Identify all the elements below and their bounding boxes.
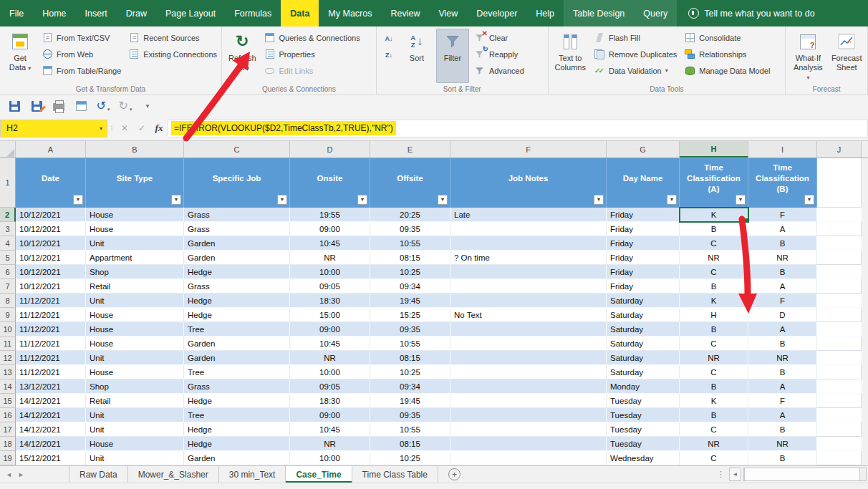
ribbon-tab-developer[interactable]: Developer [467,0,526,26]
redo-button[interactable]: ↻▾ [117,97,134,115]
row-header-18[interactable]: 18 [0,437,16,451]
cell-a13[interactable]: 11/12/2021 [16,365,86,379]
queries-connections-button[interactable]: Queries & Connections [262,32,362,44]
formula-bar-splitter[interactable]: ⋮ [107,120,116,137]
insert-function-icon[interactable]: fx [150,120,168,137]
cell-f17[interactable] [450,422,607,437]
cell-e2[interactable]: 20:25 [370,208,450,222]
cell-d2[interactable]: 19:55 [290,208,370,222]
cell-j11[interactable] [817,337,862,351]
cell-c5[interactable]: Garden [184,251,290,265]
cell-j18[interactable] [817,437,862,451]
manage-data-model-button[interactable]: Manage Data Model [682,64,772,77]
column-header-a[interactable]: A [16,141,86,158]
table-header-day-name[interactable]: Day Name▼ [607,158,680,208]
sheet-tab-raw-data[interactable]: Raw Data [69,466,128,483]
cell-a3[interactable]: 10/12/2021 [16,222,86,236]
cell-d16[interactable]: 09:00 [290,408,370,422]
cell-c2[interactable]: Grass [184,208,290,222]
table-header-specific-job[interactable]: Specific Job▼ [184,158,290,208]
sheet-tab-case-time[interactable]: Case_Time [286,466,352,483]
cell-b9[interactable]: House [86,308,184,322]
from-web-button[interactable]: From Web [39,48,123,60]
row-header-4[interactable]: 4 [0,236,16,251]
ribbon-tab-home[interactable]: Home [33,0,75,26]
consolidate-button[interactable]: Consolidate [682,32,772,44]
cell-c16[interactable]: Tree [184,408,290,422]
cell-f3[interactable] [450,222,607,236]
cell-j4[interactable] [817,236,862,251]
ribbon-tab-data[interactable]: Data [281,0,319,26]
row-header-9[interactable]: 9 [0,308,16,322]
cell-j16[interactable] [817,408,862,422]
tell-me-box[interactable]: Tell me what you want to do [688,0,814,26]
advanced-filter-button[interactable]: Advanced [472,64,526,77]
cell-a2[interactable]: 10/12/2021 [16,208,86,222]
table-header-time-classification-b[interactable]: Time Classification (B)▼ [748,158,817,208]
table-header-date[interactable]: Date▼ [16,158,86,208]
cell-g12[interactable]: Saturday [607,351,680,365]
cell-b3[interactable]: House [86,222,184,236]
cell-h4[interactable]: C [680,236,748,251]
cell-e10[interactable]: 09:35 [370,322,450,337]
row-header-1[interactable]: 1 [0,158,16,208]
ribbon-tab-insert[interactable]: Insert [76,0,117,26]
cell-i15[interactable]: F [748,394,817,408]
cell-g15[interactable]: Tuesday [607,394,680,408]
cell-h3[interactable]: B [680,222,748,236]
cell-i5[interactable]: NR [748,251,817,265]
cell-f12[interactable] [450,351,607,365]
data-validation-button[interactable]: ✓✓Data Validation ▾ [592,64,679,77]
cell-f15[interactable] [450,394,607,408]
cell-a6[interactable]: 10/12/2021 [16,265,86,279]
new-sheet-button[interactable]: + [448,468,460,480]
cell-a19[interactable]: 15/12/2021 [16,451,86,465]
cell-j14[interactable] [817,379,862,394]
table-header-site-type[interactable]: Site Type▼ [86,158,184,208]
row-header-10[interactable]: 10 [0,322,16,337]
edit-links-button[interactable]: Edit Links [262,64,362,77]
filter-dropdown-button[interactable]: ▼ [438,195,448,205]
cell-i12[interactable]: NR [748,351,817,365]
cell-j6[interactable] [817,265,862,279]
select-all-button[interactable] [0,141,16,158]
cell-g8[interactable]: Saturday [607,294,680,308]
cell-i16[interactable]: A [748,408,817,422]
cell-e16[interactable]: 09:35 [370,408,450,422]
cell-j7[interactable] [817,279,862,294]
cell-g3[interactable]: Friday [607,222,680,236]
column-header-f[interactable]: F [450,141,607,158]
cell-f2[interactable]: Late [450,208,607,222]
cell-d10[interactable]: 09:00 [290,322,370,337]
cell-g6[interactable]: Friday [607,265,680,279]
ribbon-tab-formulas[interactable]: Formulas [225,0,281,26]
cell-j1[interactable] [817,158,862,208]
cell-j8[interactable] [817,294,862,308]
cell-c8[interactable]: Hedge [184,294,290,308]
sort-descending-button[interactable]: Z↓ [380,48,397,62]
properties-button[interactable]: Properties [262,48,362,60]
row-header-19[interactable]: 19 [0,451,16,465]
cell-h6[interactable]: C [680,265,748,279]
cell-h19[interactable]: C [680,451,748,465]
table-header-time-classification-a[interactable]: Time Classification (A)▼ [680,158,748,208]
cell-c3[interactable]: Grass [184,222,290,236]
sort-ascending-button[interactable]: A↓ [380,32,397,46]
cell-i3[interactable]: A [748,222,817,236]
cell-e5[interactable]: 08:15 [370,251,450,265]
relationships-button[interactable]: Relationships [682,48,772,60]
cell-h10[interactable]: B [680,322,748,337]
cell-i9[interactable]: D [748,308,817,322]
cell-b10[interactable]: House [86,322,184,337]
cell-f16[interactable] [450,408,607,422]
cell-a7[interactable]: 10/12/2021 [16,279,86,294]
from-text-csv-button[interactable]: From Text/CSV [39,32,123,44]
row-header-16[interactable]: 16 [0,408,16,422]
cell-i11[interactable]: B [748,337,817,351]
cell-j9[interactable] [817,308,862,322]
cell-g9[interactable]: Saturday [607,308,680,322]
cell-j17[interactable] [817,422,862,437]
filter-dropdown-button[interactable]: ▼ [804,195,814,205]
sheet-tab-mower-slasher[interactable]: Mower_&_Slasher [128,466,219,483]
cell-c15[interactable]: Hedge [184,394,290,408]
